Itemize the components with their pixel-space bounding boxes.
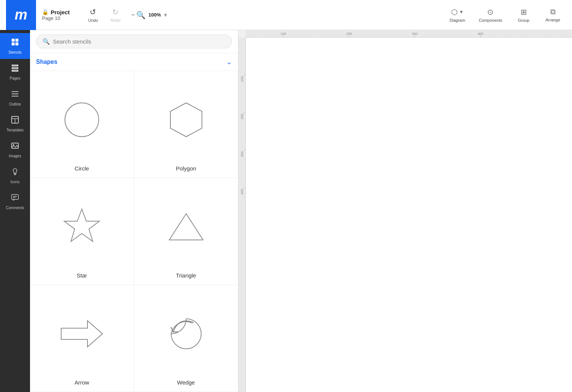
- undo-icon: ↺: [90, 8, 96, 17]
- svg-marker-27: [61, 321, 102, 347]
- stencils-icon: [11, 38, 20, 49]
- zoom-plus-icon[interactable]: +: [164, 12, 167, 18]
- pages-nav-label: Pages: [10, 76, 20, 80]
- shape-cell-circle[interactable]: Circle: [30, 71, 134, 178]
- ruler-top: 100 200 300 400: [246, 30, 572, 38]
- ruler-left-svg: 100 200 300 400: [238, 38, 246, 392]
- wedge-shape-wrap: [166, 292, 207, 375]
- zoom-control: − 🔍 100% +: [127, 8, 172, 22]
- components-icon: ⊙: [487, 8, 494, 17]
- svg-text:200: 200: [240, 114, 244, 119]
- sidebar-item-outline[interactable]: Outline: [0, 85, 30, 111]
- svg-text:300: 300: [412, 32, 417, 36]
- search-icon: 🔍: [42, 38, 50, 45]
- arrow-label: Arrow: [74, 379, 89, 386]
- ruler-left: 100 200 300 400: [238, 38, 246, 392]
- shape-cell-arrow[interactable]: Arrow: [30, 285, 134, 392]
- group-button[interactable]: ⊞ Group: [510, 5, 537, 25]
- redo-button[interactable]: ↻ Redo: [104, 5, 127, 25]
- zoom-value[interactable]: 100%: [147, 12, 162, 18]
- star-shape-svg: [61, 206, 102, 247]
- undo-label: Undo: [88, 18, 98, 23]
- components-button[interactable]: ⊙ Components: [474, 5, 507, 25]
- ruler-top-svg: 100 200 300 400: [246, 30, 572, 38]
- svg-rect-1: [15, 39, 18, 42]
- triangle-label: Triangle: [176, 272, 196, 279]
- logo-letter: m: [15, 7, 27, 23]
- zoom-magnifier-icon: 🔍: [136, 11, 146, 20]
- diagram-chevron-icon: ▼: [459, 9, 464, 15]
- comments-icon: [11, 193, 20, 204]
- diagram-icon: ⬡: [451, 8, 458, 17]
- sidebar-item-templates[interactable]: Templates: [0, 111, 30, 137]
- group-icon: ⊞: [521, 8, 527, 17]
- search-input-wrap[interactable]: 🔍: [36, 35, 232, 48]
- sidebar-item-icons[interactable]: Icons: [0, 163, 30, 188]
- svg-text:100: 100: [280, 32, 286, 36]
- project-title: 🔒 Project: [42, 9, 70, 15]
- app-logo[interactable]: m: [6, 0, 36, 30]
- shape-cell-wedge[interactable]: Wedge: [134, 285, 238, 392]
- polygon-shape-svg: [166, 99, 207, 140]
- diagram-label: Diagram: [450, 18, 465, 23]
- sidebar-item-images[interactable]: Images: [0, 137, 30, 163]
- arrange-button[interactable]: ⧉ Arrange: [540, 5, 566, 24]
- polygon-shape-wrap: [166, 78, 207, 161]
- polygon-label: Polygon: [176, 165, 196, 172]
- svg-rect-0: [12, 39, 15, 42]
- svg-rect-20: [12, 194, 18, 199]
- svg-text:400: 400: [240, 189, 244, 194]
- toolbar-right: ⬡ ▼ Diagram ⊙ Components ⊞ Group ⧉ Arran…: [444, 5, 566, 25]
- svg-text:400: 400: [477, 32, 483, 36]
- shape-cell-star[interactable]: Star: [30, 178, 134, 285]
- templates-nav-label: Templates: [6, 128, 24, 132]
- components-label: Components: [479, 18, 502, 23]
- canvas-content[interactable]: [246, 38, 572, 392]
- sidebar-item-pages[interactable]: Pages: [0, 59, 30, 85]
- zoom-minus-icon[interactable]: −: [131, 12, 135, 18]
- triangle-shape-svg: [166, 206, 207, 247]
- svg-rect-9: [13, 71, 17, 71]
- shapes-grid: Circle Polygon Star: [30, 71, 238, 392]
- sidebar-item-comments[interactable]: Comments: [0, 188, 30, 214]
- icons-nav-icon: [11, 167, 20, 178]
- undo-button[interactable]: ↺ Undo: [82, 5, 104, 25]
- svg-rect-8: [13, 68, 17, 68]
- canvas-area[interactable]: 100 200 300 400: [238, 30, 572, 392]
- outline-icon: [11, 89, 20, 101]
- shape-cell-triangle[interactable]: Triangle: [134, 178, 238, 285]
- search-input[interactable]: [53, 38, 226, 45]
- templates-icon: [11, 115, 20, 127]
- arrange-label: Arrange: [545, 18, 560, 22]
- circle-shape-wrap: [61, 78, 102, 161]
- star-label: Star: [77, 272, 87, 279]
- svg-marker-25: [64, 209, 99, 241]
- project-info: 🔒 Project Page 10: [42, 9, 70, 21]
- arrange-icon: ⧉: [550, 8, 555, 16]
- shape-cell-polygon[interactable]: Polygon: [134, 71, 238, 178]
- sidebar-item-stencils[interactable]: Stencils: [0, 33, 30, 59]
- svg-text:100: 100: [240, 76, 244, 82]
- svg-rect-7: [13, 65, 17, 66]
- diagram-button[interactable]: ⬡ ▼ Diagram: [444, 5, 471, 25]
- wedge-shape-svg: [166, 313, 207, 354]
- images-icon: [11, 141, 20, 152]
- svg-marker-24: [170, 103, 202, 137]
- images-nav-label: Images: [9, 154, 21, 158]
- redo-label: Redo: [111, 18, 120, 23]
- star-shape-wrap: [61, 185, 102, 268]
- shapes-title: Shapes: [36, 59, 57, 65]
- shapes-collapse-icon[interactable]: ⌄: [226, 58, 232, 66]
- svg-marker-26: [169, 214, 203, 240]
- comments-nav-label: Comments: [6, 206, 24, 210]
- svg-text:200: 200: [346, 32, 352, 36]
- group-label: Group: [518, 18, 530, 23]
- stencils-panel: 🔍 Shapes ⌄ Circle: [30, 30, 238, 392]
- circle-shape-svg: [61, 99, 102, 140]
- svg-rect-3: [15, 42, 18, 45]
- left-nav: Stencils Pages: [0, 30, 30, 392]
- circle-label: Circle: [75, 165, 89, 172]
- wedge-label: Wedge: [177, 379, 195, 386]
- arrow-shape-wrap: [57, 292, 106, 375]
- main-layout: Stencils Pages: [0, 30, 572, 392]
